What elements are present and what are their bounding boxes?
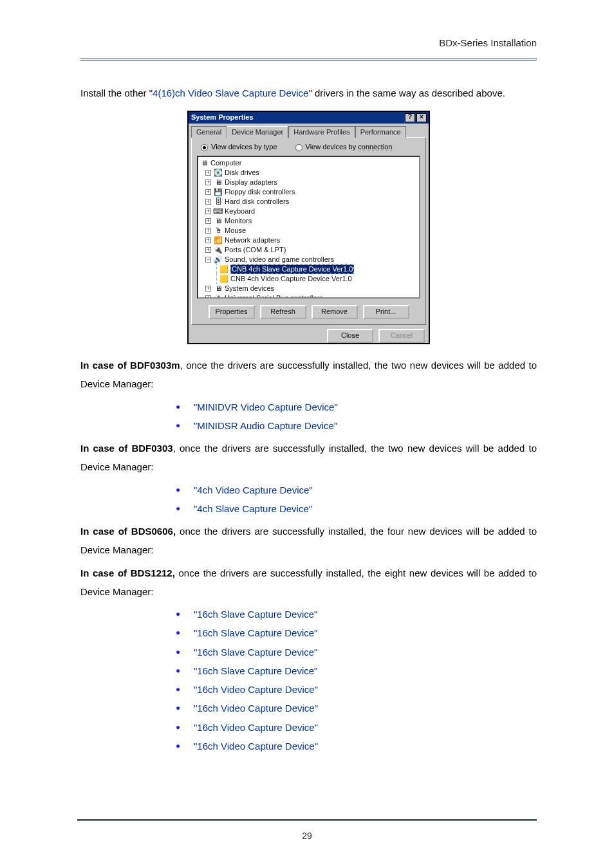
list-item: "16ch Video Capture Device" — [176, 737, 537, 755]
tab-hardware-profiles[interactable]: Hardware Profiles — [288, 126, 355, 138]
refresh-button[interactable]: Refresh — [260, 305, 306, 319]
tree-child[interactable]: 🟨CNB 4ch Video Capture Device Ver1.0 — [200, 274, 418, 284]
chip-icon: 🟨 — [219, 275, 228, 283]
plus-icon[interactable]: + — [205, 208, 211, 214]
remove-button[interactable]: Remove — [312, 305, 358, 319]
tree-item[interactable]: +🖥System devices — [200, 284, 418, 293]
tree-item[interactable]: +🖥Monitors — [200, 216, 418, 226]
system-icon: 🖥 — [214, 285, 223, 293]
tree-label: Floppy disk controllers — [225, 188, 295, 197]
dialog-title: System Properties — [191, 113, 254, 122]
bds0606-paragraph: In case of BDS0606, once the drivers are… — [80, 522, 537, 560]
tree-label: Display adapters — [225, 178, 277, 187]
tab-general[interactable]: General — [191, 126, 227, 138]
tree-root[interactable]: 🖥 Computer — [200, 158, 418, 168]
plus-icon[interactable]: + — [205, 170, 211, 176]
tree-label: Keyboard — [225, 207, 255, 216]
view-mode-radios: View devices by type View devices by con… — [197, 143, 420, 152]
list-item-label: "16ch Video Capture Device" — [194, 684, 318, 695]
tree-item-sound[interactable]: −🔊Sound, video and game controllers — [200, 255, 418, 264]
list-item: "MINIDSR Audio Capture Device" — [176, 416, 537, 435]
chip-icon: 🟨 — [219, 266, 228, 273]
tree-item[interactable]: +📶Network adapters — [200, 235, 418, 245]
radio-by-connection[interactable]: View devices by connection — [295, 143, 393, 152]
ports-icon: 🔌 — [214, 246, 223, 254]
radio-by-connection-label: View devices by connection — [306, 143, 393, 152]
plus-icon[interactable]: + — [205, 218, 211, 224]
bdf0303m-list: "MINIDVR Video Capture Device" "MINIDSR … — [80, 398, 537, 436]
properties-button[interactable]: Properties — [209, 305, 255, 319]
hdd-icon: 🗄 — [214, 198, 223, 206]
list-item-label: "16ch Slave Capture Device" — [194, 665, 317, 676]
plus-icon[interactable]: + — [205, 199, 211, 205]
list-item-label: "4ch Slave Capture Device" — [194, 503, 312, 514]
bdf0303m-paragraph: In case of BDF0303m, once the drivers ar… — [80, 356, 537, 394]
list-item-label: "16ch Video Capture Device" — [194, 703, 318, 714]
tree-branch-icon — [216, 274, 217, 284]
plus-icon[interactable]: + — [205, 295, 211, 299]
bds1212-paragraph: In case of BDS1212, once the drivers are… — [80, 564, 537, 602]
tree-label: CNB 4ch Video Capture Device Ver1.0 — [230, 275, 352, 284]
tree-item[interactable]: +🔌Universal Serial Bus controllers — [200, 293, 418, 299]
network-icon: 📶 — [214, 237, 223, 245]
list-item-label: "16ch Slave Capture Device" — [194, 627, 317, 638]
tree-item[interactable]: +🖱Mouse — [200, 226, 418, 235]
tree-item[interactable]: +🖥Display adapters — [200, 178, 418, 187]
tree-branch-icon — [216, 264, 217, 274]
list-item-label: "MINIDSR Audio Capture Device" — [194, 420, 337, 431]
plus-icon[interactable]: + — [205, 286, 211, 291]
bds0606-lead: In case of BDS0606, — [80, 526, 176, 537]
bdf0303-paragraph: In case of BDF0303, once the drivers are… — [80, 439, 537, 477]
tree-label: System devices — [225, 284, 274, 293]
radio-conn-underlined: connection — [358, 143, 392, 151]
tab-device-manager[interactable]: Device Manager — [227, 126, 288, 138]
list-item-label: "16ch Slave Capture Device" — [194, 609, 317, 620]
close-button[interactable]: Close — [327, 329, 373, 343]
tree-item[interactable]: +💾Floppy disk controllers — [200, 187, 418, 197]
plus-icon[interactable]: + — [205, 180, 211, 185]
plus-icon[interactable]: + — [205, 189, 211, 195]
monitor-icon: 🖥 — [214, 217, 223, 225]
print-button[interactable]: Print... — [363, 305, 409, 319]
tree-item[interactable]: +⌨Keyboard — [200, 207, 418, 216]
help-icon[interactable]: ? — [405, 113, 415, 122]
bdf0303-lead: In case of BDF0303 — [80, 443, 173, 454]
disk-icon: 💽 — [214, 169, 223, 177]
bds1212-list: "16ch Slave Capture Device" "16ch Slave … — [80, 605, 537, 755]
radio-by-type-label: View devices by type — [211, 143, 277, 152]
page-number: 29 — [302, 831, 312, 841]
list-item: "4ch Video Capture Device" — [176, 481, 537, 499]
minus-icon[interactable]: − — [205, 257, 211, 263]
list-item: "MINIDVR Video Capture Device" — [176, 398, 537, 416]
plus-icon[interactable]: + — [205, 228, 211, 234]
dialog-titlebar: System Properties ? × — [189, 112, 429, 124]
dialog-footer-buttons: Close Cancel — [189, 329, 429, 343]
page-header: BDx-Series Installation — [80, 33, 537, 60]
radio-dot-icon — [201, 144, 208, 151]
bdf0303m-lead: In case of BDF0303m — [80, 360, 180, 371]
tree-selected-label: CNB 4ch Slave Capture Device Ver1.0 — [230, 264, 354, 275]
tree-child-selected[interactable]: 🟨CNB 4ch Slave Capture Device Ver1.0 — [200, 264, 418, 274]
list-item: "16ch Video Capture Device" — [176, 699, 537, 717]
tree-item[interactable]: +🔌Ports (COM & LPT) — [200, 245, 418, 255]
display-icon: 🖥 — [214, 179, 223, 187]
computer-icon: 🖥 — [200, 160, 209, 167]
list-item: "16ch Slave Capture Device" — [176, 661, 537, 680]
tree-item[interactable]: +🗄Hard disk controllers — [200, 197, 418, 207]
tab-performance[interactable]: Performance — [355, 126, 406, 138]
tree-label: Network adapters — [225, 236, 280, 245]
intro-after: " drivers in the same way as described a… — [308, 88, 505, 98]
tree-item[interactable]: +💽Disk drives — [200, 168, 418, 178]
list-item: "16ch Slave Capture Device" — [176, 605, 537, 623]
close-icon[interactable]: × — [416, 113, 427, 122]
device-tree[interactable]: 🖥 Computer +💽Disk drives +🖥Display adapt… — [197, 156, 420, 299]
system-properties-dialog: System Properties ? × General Device Man… — [187, 111, 430, 345]
page-footer: 29 — [77, 819, 537, 845]
list-item-label: "MINIDVR Video Capture Device" — [194, 402, 338, 412]
radio-by-type[interactable]: View devices by type — [201, 143, 277, 152]
dialog-button-row: Properties Refresh Remove Print... — [197, 305, 420, 319]
radio-dot-icon — [295, 144, 302, 151]
plus-icon[interactable]: + — [205, 247, 211, 253]
intro-highlight: 4(16)ch Video Slave Capture Device — [153, 88, 308, 98]
plus-icon[interactable]: + — [205, 237, 211, 243]
